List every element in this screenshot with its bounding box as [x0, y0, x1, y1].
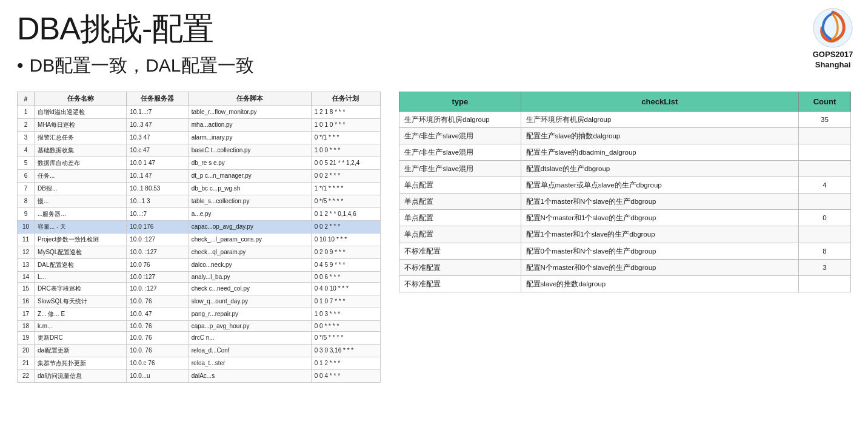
left-cell-name: Z... 修... E	[35, 308, 127, 320]
right-table-row: 单点配置 配置N个master和1个slave的生产dbgroup 0	[399, 210, 851, 226]
left-cell-server: 10.3 47	[127, 131, 188, 144]
left-cell-name: 基础数据收集	[35, 144, 127, 157]
left-cell-script: table_r...flow_monitor.py	[188, 106, 311, 118]
right-cell-checklist: 配置单点master或单点slave的生产dbgroup	[521, 177, 798, 194]
left-table-row: 6 任务... 10..1 47 dt_p c...n_manager.py 0…	[18, 169, 381, 182]
left-cell-name: dal访问流量信息	[35, 369, 127, 382]
right-cell-type: 不标准配置	[399, 275, 521, 292]
left-cell-num: 18	[18, 320, 35, 331]
left-cell-server: 10.0 1 47	[127, 157, 188, 169]
left-cell-name: 更新DRC	[35, 331, 127, 344]
left-cell-num: 6	[18, 169, 35, 182]
right-cell-checklist: 配置dtslave的生产dbgroup	[521, 161, 798, 177]
left-cell-name: 集群节点拓扑更新	[35, 357, 127, 369]
left-cell-name: MySQL配置巡检	[35, 246, 127, 258]
left-th-server: 任务服务器	[127, 92, 188, 106]
left-cell-plan: 0 0 4 * * *	[311, 369, 380, 382]
left-cell-plan: 1 0 3 * * *	[311, 308, 380, 320]
left-cell-server: 10.c 47	[127, 144, 188, 157]
right-cell-count	[799, 226, 851, 243]
left-cell-script: baseC t...collection.py	[188, 144, 311, 157]
right-cell-type: 单点配置	[399, 194, 521, 210]
left-cell-num: 19	[18, 331, 35, 344]
left-table-row: 21 集群节点拓扑更新 10.0.c 76 reloa_t...ster 0 1…	[18, 357, 381, 369]
left-cell-name: dal配置更新	[35, 344, 127, 357]
left-cell-plan: 0 1 2 * * 0,1,4,6	[311, 207, 380, 220]
left-table-wrapper: # 任务名称 任务服务器 任务脚本 任务计划 1 自增id溢出巡逻检 10.1.…	[17, 92, 381, 383]
right-table-row: 不标准配置 配置N个master和0个slave的生产dbgroup 3	[399, 259, 851, 275]
right-cell-checklist: 配置0个master和N个slave的生产dbgroup	[521, 243, 798, 259]
left-cell-num: 10	[18, 220, 35, 233]
left-cell-script: mha...action.py	[188, 118, 311, 131]
left-cell-server: 10..1 80.53	[127, 182, 188, 195]
left-table-row: 2 MHA每日巡检 10..3 47 mha...action.py 1 0 1…	[18, 118, 381, 131]
left-cell-name: ...服务器...	[35, 207, 127, 220]
left-cell-plan: 0 3 0 3,16 * * *	[311, 344, 380, 357]
right-cell-count	[799, 194, 851, 210]
left-cell-plan: 1 */1 * * * *	[311, 182, 380, 195]
left-cell-server: 10..1 47	[127, 169, 188, 182]
left-cell-script: drcC n...	[188, 331, 311, 344]
left-cell-script: reloa_d...Conf	[188, 344, 311, 357]
left-cell-num: 13	[18, 258, 35, 271]
right-th-type: type	[399, 92, 521, 111]
left-cell-num: 2	[18, 118, 35, 131]
right-cell-count	[799, 127, 851, 144]
left-cell-script: check...ql_param.py	[188, 246, 311, 258]
left-table-row: 11 Project参数一致性检测 10.0 :127 check_...l_p…	[18, 233, 381, 246]
left-table-row: 1 自增id溢出巡逻检 10.1...:7 table_r...flow_mon…	[18, 106, 381, 118]
left-cell-name: DB报...	[35, 182, 127, 195]
left-cell-name: 任务...	[35, 169, 127, 182]
right-table-wrapper: type checkList Count 生产环境所有机房dalgroup 生产…	[399, 92, 851, 292]
left-cell-server: 10.0. :127	[127, 246, 188, 258]
left-cell-num: 9	[18, 207, 35, 220]
left-table-row: 18 k.m... 10.0. 76 capa...p_avg_hour.py …	[18, 320, 381, 331]
left-cell-script: capa...p_avg_hour.py	[188, 320, 311, 331]
left-cell-server: 10.0 76	[127, 258, 188, 271]
right-cell-type: 单点配置	[399, 210, 521, 226]
left-cell-server: 10.0. 76	[127, 320, 188, 331]
left-cell-name: 报警汇总任务	[35, 131, 127, 144]
left-cell-num: 17	[18, 308, 35, 320]
right-cell-type: 生产/非生产slave混用	[399, 127, 521, 144]
left-cell-plan: 0 0 5 21 * * 1,2,4	[311, 157, 380, 169]
left-cell-num: 16	[18, 295, 35, 308]
left-cell-script: dalco...neck.py	[188, 258, 311, 271]
bullet: •	[17, 55, 24, 76]
left-cell-plan: 1 0 0 * * *	[311, 144, 380, 157]
left-cell-name: Project参数一致性检测	[35, 233, 127, 246]
left-cell-plan: 0 0 2 * * *	[311, 169, 380, 182]
page-title: DBA挑战-配置	[17, 11, 851, 47]
left-cell-plan: 1 0 1 0 * * *	[311, 118, 380, 131]
right-table: type checkList Count 生产环境所有机房dalgroup 生产…	[399, 92, 851, 292]
left-cell-plan: 0 */5 * * * *	[311, 331, 380, 344]
left-cell-server: 10.0. 76	[127, 295, 188, 308]
left-cell-script: dt_p c...n_manager.py	[188, 169, 311, 182]
left-cell-server: 10.0. 76	[127, 344, 188, 357]
right-cell-checklist: 配置生产slave的抽数dalgroup	[521, 127, 798, 144]
right-cell-checklist: 配置1个master和N个slave的生产dbgroup	[521, 194, 798, 210]
left-table-row: 14 L... 10.0 :127 analy...l_ba.py 0 0 6 …	[18, 271, 381, 282]
right-cell-count: 4	[799, 177, 851, 194]
left-cell-name: 慢...	[35, 195, 127, 207]
left-table-header-row: # 任务名称 任务服务器 任务脚本 任务计划	[18, 92, 381, 106]
left-cell-plan: 1 2 1 8 * * *	[311, 106, 380, 118]
left-table-row: 5 数据库自动差布 10.0 1 47 db_re s e.py 0 0 5 2…	[18, 157, 381, 169]
left-cell-plan: 0 */1 * * *	[311, 131, 380, 144]
left-cell-num: 4	[18, 144, 35, 157]
left-cell-server: 10.0 176	[127, 220, 188, 233]
right-table-row: 单点配置 配置单点master或单点slave的生产dbgroup 4	[399, 177, 851, 194]
left-cell-name: 自增id溢出巡逻检	[35, 106, 127, 118]
subtitle-text: DB配置一致，DAL配置一致	[30, 53, 254, 78]
left-cell-plan: 0 2 0 9 * * *	[311, 246, 380, 258]
logo-container: GOPS2017 Shanghai	[812, 7, 853, 70]
left-table-row: 19 更新DRC 10.0. 76 drcC n... 0 */5 * * * …	[18, 331, 381, 344]
left-cell-script: check_...l_param_cons.py	[188, 233, 311, 246]
left-cell-plan: 0 10 10 * * *	[311, 233, 380, 246]
left-cell-num: 3	[18, 131, 35, 144]
left-cell-script: check c...need_col.py	[188, 282, 311, 295]
left-table: # 任务名称 任务服务器 任务脚本 任务计划 1 自增id溢出巡逻检 10.1.…	[17, 92, 381, 383]
left-table-row: 16 SlowSQL每天统计 10.0. 76 slow_q...ount_da…	[18, 295, 381, 308]
left-table-row: 7 DB报... 10..1 80.53 db_bc c...p_wg.sh 1…	[18, 182, 381, 195]
left-cell-num: 11	[18, 233, 35, 246]
